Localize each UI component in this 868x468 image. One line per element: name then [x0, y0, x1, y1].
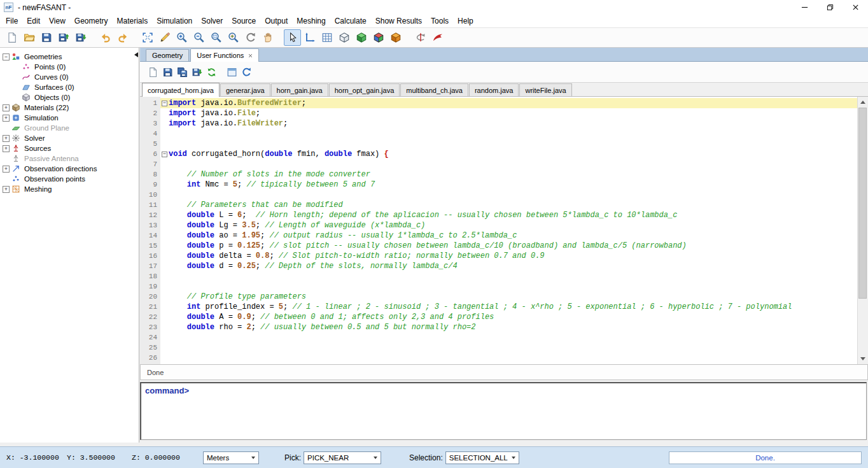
- menu-geometry[interactable]: Geometry: [70, 15, 113, 27]
- expand-icon[interactable]: +: [3, 104, 10, 111]
- save-button[interactable]: [38, 29, 55, 46]
- scrollbar-thumb[interactable]: [858, 108, 867, 299]
- code-line[interactable]: 26: [140, 353, 868, 363]
- output-window-button[interactable]: [225, 65, 239, 80]
- expand-icon[interactable]: +: [3, 166, 10, 173]
- tree-item-points[interactable]: Points (0): [0, 62, 139, 72]
- menu-tools[interactable]: Tools: [426, 15, 453, 27]
- menu-view[interactable]: View: [45, 15, 70, 27]
- command-panel[interactable]: command>: [140, 382, 867, 440]
- selection-select[interactable]: SELECTION_ALL: [445, 451, 519, 464]
- code-line[interactable]: 19: [140, 281, 868, 292]
- units-select[interactable]: Meters: [203, 451, 259, 464]
- zoom-extents-button[interactable]: [225, 29, 242, 46]
- new-file-button[interactable]: [146, 65, 160, 80]
- tree-item-passive-antenna[interactable]: Passive Antenna: [0, 153, 139, 164]
- menu-simulation[interactable]: Simulation: [152, 15, 197, 27]
- code-line[interactable]: 14 double ao = 1.95; // output radius --…: [140, 230, 868, 241]
- code-line[interactable]: 12 double L = 6; // Horn length; depend …: [140, 210, 868, 220]
- file-tab-horn-gain-java[interactable]: horn_gain.java: [271, 83, 328, 96]
- code-line[interactable]: 7: [140, 159, 868, 169]
- tree-item-observation-directions[interactable]: +Observation directions: [0, 164, 139, 174]
- code-line[interactable]: 13 double Lg = 3.5; // Length of wavegui…: [140, 220, 868, 230]
- code-line[interactable]: 17 double d = 0.25; // Depth of the slot…: [140, 261, 868, 271]
- tab-user-functions[interactable]: User Functions: [190, 48, 259, 62]
- code-line[interactable]: 24: [140, 332, 868, 343]
- zoom-out-button[interactable]: [190, 29, 207, 46]
- code-line[interactable]: 18: [140, 271, 868, 281]
- export-geometry-button[interactable]: [55, 29, 72, 46]
- expand-icon[interactable]: +: [3, 145, 10, 152]
- expand-icon[interactable]: +: [3, 186, 10, 193]
- view-wireframe-button[interactable]: [335, 29, 353, 46]
- fold-icon[interactable]: −: [162, 152, 167, 157]
- menu-help[interactable]: Help: [453, 15, 478, 27]
- editor-scrollbar[interactable]: [857, 97, 868, 364]
- menu-show-results[interactable]: Show Results: [371, 15, 426, 27]
- expand-icon[interactable]: +: [3, 115, 10, 122]
- code-line[interactable]: 9 int Nmc = 5; // tipically between 5 an…: [140, 180, 868, 190]
- edit-geometry-button[interactable]: [156, 29, 173, 46]
- code-line[interactable]: 10: [140, 190, 868, 200]
- view-solid-button[interactable]: [353, 29, 370, 46]
- restore-button[interactable]: [817, 0, 843, 15]
- import-file-button[interactable]: [190, 65, 204, 80]
- tree-item-observation-points[interactable]: Observation points: [0, 174, 139, 184]
- code-line[interactable]: 11 // Parameters that can be modified: [140, 200, 868, 210]
- file-tab-corrugated-horn-java[interactable]: corrugated_horn.java: [142, 83, 220, 97]
- tree-item-geometries[interactable]: −Geometries: [0, 52, 139, 62]
- code-line[interactable]: 1−import java.io.BufferedWriter;: [140, 98, 868, 108]
- refresh-button[interactable]: [239, 65, 254, 80]
- zoom-fit-button[interactable]: [139, 29, 156, 46]
- tab-geometry[interactable]: Geometry: [146, 49, 189, 61]
- code-editor[interactable]: 1−import java.io.BufferedWriter;2import …: [140, 97, 868, 364]
- code-line[interactable]: 25: [140, 343, 868, 353]
- code-line[interactable]: 2import java.io.File;: [140, 108, 868, 118]
- axes-button[interactable]: [301, 29, 318, 46]
- tree-item-curves[interactable]: Curves (0): [0, 72, 139, 82]
- grid-button[interactable]: [318, 29, 335, 46]
- zoom-in-button[interactable]: [173, 29, 190, 46]
- tree-item-surfaces[interactable]: Surfaces (0): [0, 82, 139, 92]
- save-file-button[interactable]: [160, 65, 175, 80]
- file-tab-writefile-java[interactable]: writeFile.java: [519, 83, 571, 96]
- menu-file[interactable]: File: [1, 15, 22, 27]
- file-tab-multiband-ch-java[interactable]: multiband_ch.java: [400, 83, 468, 96]
- menu-meshing[interactable]: Meshing: [292, 15, 330, 27]
- scroll-up-icon[interactable]: [858, 97, 868, 108]
- code-line[interactable]: 22 double A = 0.9; // between 0 and 1; a…: [140, 312, 868, 322]
- code-line[interactable]: 16 double delta = 0.8; // Slot pitch-to-…: [140, 251, 868, 261]
- close-tab-icon[interactable]: [248, 53, 253, 58]
- tree-item-sources[interactable]: +Sources: [0, 143, 139, 153]
- fold-icon[interactable]: −: [162, 101, 167, 106]
- view-colors-button[interactable]: [370, 29, 387, 46]
- compile-button[interactable]: [204, 65, 219, 80]
- view-materials-button[interactable]: [387, 29, 404, 46]
- tree-item-objects[interactable]: Objects (0): [0, 92, 139, 103]
- code-line[interactable]: 20 // Profile type parameters: [140, 292, 868, 302]
- code-line[interactable]: 21 int profile_index = 5; // 1 - linear …: [140, 302, 868, 312]
- code-line[interactable]: 4: [140, 129, 868, 139]
- menu-output[interactable]: Output: [260, 15, 292, 27]
- pick-select[interactable]: PICK_NEAR: [304, 451, 381, 464]
- expand-icon[interactable]: +: [3, 135, 10, 142]
- code-line[interactable]: 3import java.io.FileWriter;: [140, 118, 868, 129]
- save-all-button[interactable]: [175, 65, 190, 80]
- file-tab-horn-opt-gain-java[interactable]: horn_opt_gain.java: [329, 83, 400, 96]
- pan-button[interactable]: [259, 29, 276, 46]
- select-button[interactable]: [284, 29, 301, 46]
- tree-item-solver[interactable]: +Solver: [0, 133, 139, 143]
- orbit-button[interactable]: [242, 29, 259, 46]
- zoom-window-button[interactable]: [207, 29, 225, 46]
- code-line[interactable]: 15 double p = 0.125; // slot pitch -- us…: [140, 241, 868, 251]
- menu-materials[interactable]: Materials: [113, 15, 153, 27]
- menu-source[interactable]: Source: [227, 15, 260, 27]
- code-line[interactable]: 5: [140, 139, 868, 149]
- menu-edit[interactable]: Edit: [22, 15, 45, 27]
- minimize-button[interactable]: [792, 0, 817, 15]
- menu-solver[interactable]: Solver: [197, 15, 227, 27]
- file-tab-generar-java[interactable]: generar.java: [220, 83, 270, 96]
- open-button[interactable]: [20, 29, 38, 46]
- undo-button[interactable]: [97, 29, 114, 46]
- scroll-down-icon[interactable]: [858, 353, 868, 364]
